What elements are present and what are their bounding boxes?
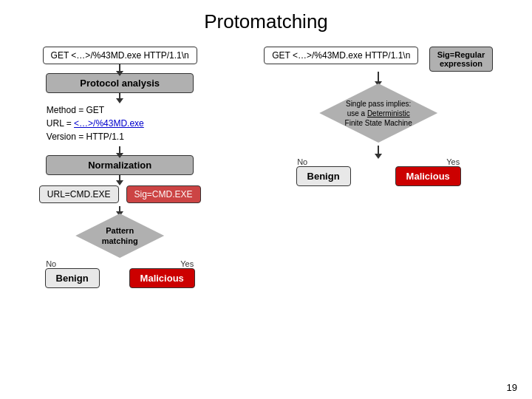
sig-regexp-box: Sig=Regular expression <box>429 47 494 72</box>
url-cmd-box: URL=CMD.EXE <box>39 185 119 203</box>
right-diamond-text: Single pass implies: use a Deterministic… <box>330 99 427 128</box>
arrow-4 <box>119 175 120 183</box>
sig-regexp-text: Sig=Regular expression <box>437 50 485 68</box>
left-http-request: GET <…>/%43MD.exe HTTP/1.1\n <box>43 47 197 64</box>
benign-box-right: Benign <box>296 166 351 186</box>
left-diagram: GET <…>/%43MD.exe HTTP/1.1\n Protocol an… <box>39 47 201 288</box>
page-title: Protomatching <box>0 0 532 33</box>
arrow-2 <box>119 93 120 100</box>
malicious-box-left: Malicious <box>129 268 195 288</box>
no-label-left: No <box>46 259 56 268</box>
right-no-label: No <box>297 157 307 166</box>
method-text: Method = GET URL = <…>/%43MD.exe Version… <box>47 103 144 143</box>
arrow-1 <box>119 64 120 73</box>
right-diamond: Single pass implies: use a Deterministic… <box>319 83 437 143</box>
sig-cmd-box: Sig=CMD.EXE <box>126 185 201 203</box>
arrow-5 <box>119 206 120 214</box>
pattern-matching-label: Pattern matching <box>75 225 164 247</box>
yes-label-left: Yes <box>180 259 194 268</box>
right-arrow-2 <box>378 146 379 156</box>
protocol-analysis-box: Protocol analysis <box>46 73 194 93</box>
malicious-box-right: Malicious <box>395 166 461 186</box>
normalization-box: Normalization <box>46 155 194 175</box>
right-diagram: GET <…>/%43MD.exe HTTP/1.1\n Sig=Regular… <box>264 47 493 288</box>
branch-labels: No Yes <box>46 259 194 268</box>
benign-box-left: Benign <box>45 268 100 288</box>
end-boxes-left: Benign Malicious <box>45 268 195 288</box>
url-label: URL = <…>/%43MD.exe <box>47 117 144 130</box>
method-label: Method = GET <box>47 103 144 117</box>
version-label: Version = HTTP/1.1 <box>47 130 144 143</box>
arrow-3 <box>119 146 120 155</box>
url-value: <…>/%43MD.exe <box>74 118 144 129</box>
cmd-row: URL=CMD.EXE Sig=CMD.EXE <box>39 185 201 203</box>
right-arrow-1 <box>378 72 379 83</box>
end-boxes-right: Benign Malicious <box>296 166 461 186</box>
pattern-matching-wrap: Pattern matching <box>75 214 164 258</box>
right-http-request: GET <…>/%43MD.exe HTTP/1.1\n <box>264 47 418 64</box>
right-yes-label: Yes <box>446 157 460 166</box>
right-diamond-wrap: Single pass implies: use a Deterministic… <box>319 83 437 143</box>
pattern-matching-diamond: Pattern matching <box>75 214 164 258</box>
page-number: 19 <box>507 382 517 393</box>
